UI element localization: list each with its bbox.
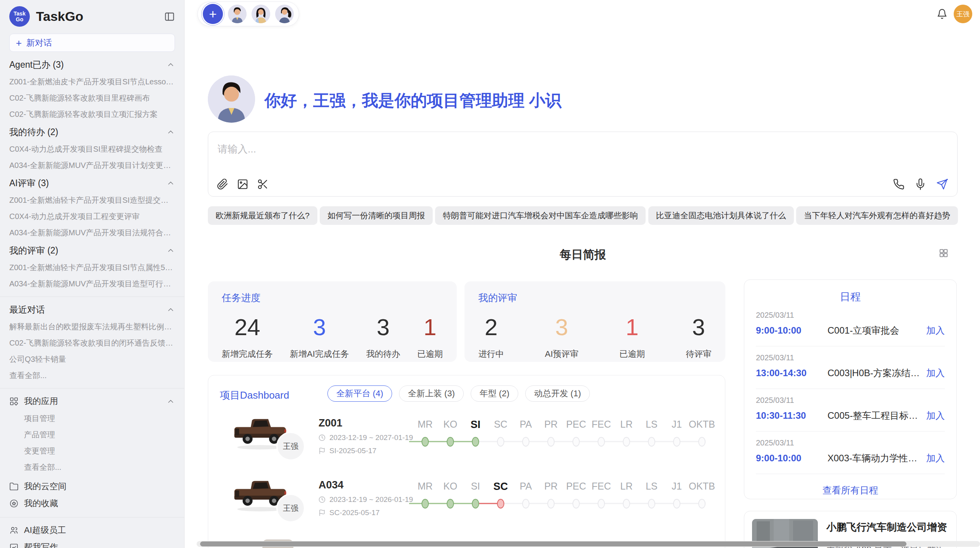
suggestion-chip[interactable]: 当下年轻人对汽车外观有怎样的喜好趋势 xyxy=(796,206,958,225)
milestone[interactable]: J1 xyxy=(664,419,689,447)
paperclip-icon[interactable] xyxy=(217,178,228,190)
dashboard-tab[interactable]: 全新平台 (4) xyxy=(327,385,392,402)
new-chat-button[interactable]: + 新对话 xyxy=(9,34,175,52)
milestone[interactable]: SI xyxy=(463,481,488,509)
dashboard-tab[interactable]: 动总开发 (1) xyxy=(525,385,590,402)
section-my-review[interactable]: 我的评审 (2) xyxy=(9,245,175,256)
notifications-bell-icon[interactable] xyxy=(937,9,947,19)
app-item[interactable]: 产品管理 xyxy=(9,430,175,440)
project-code[interactable]: A034 xyxy=(319,479,344,491)
user-avatar[interactable]: 王强 xyxy=(954,5,972,23)
dashboard-tab[interactable]: 年型 (2) xyxy=(471,385,518,402)
list-item[interactable]: C02-飞腾新能源轻客改款项目的闭环通告反馈情况 xyxy=(9,338,175,348)
milestone[interactable]: MR xyxy=(413,481,438,509)
add-agent-button[interactable]: + xyxy=(203,4,223,24)
phone-call-icon[interactable] xyxy=(893,178,905,190)
list-item[interactable]: Z001-全新燃油皮卡产品开发项目SI节点Lesson Learn报告 xyxy=(9,77,175,87)
project-code[interactable]: Z001 xyxy=(319,417,343,429)
milestone-dot xyxy=(447,499,454,509)
section-agent-done[interactable]: Agent已办 (3) xyxy=(9,59,175,70)
milestone[interactable]: PA xyxy=(513,481,538,509)
milestone[interactable]: KO xyxy=(438,419,463,447)
stat-value: 3 xyxy=(545,315,579,340)
stat: 3 待评审 xyxy=(686,315,711,360)
schedule-entry: 2025/03/11 13:00-14:30 C003|H0B-方案冻结评审 加… xyxy=(756,346,945,389)
chevron-up-icon[interactable] xyxy=(166,305,175,314)
scissors-icon[interactable] xyxy=(257,178,269,190)
apps-see-all-link[interactable]: 查看全部... xyxy=(9,462,175,472)
suggestion-chip[interactable]: 特朗普可能对进口汽车增税会对中国车企造成哪些影响 xyxy=(435,206,646,225)
agent-avatar-woman-long-hair[interactable] xyxy=(252,5,270,23)
join-meeting-link[interactable]: 加入 xyxy=(926,452,945,464)
sidebar-collapse-icon[interactable] xyxy=(164,11,175,22)
suggestion-chip[interactable]: 如何写一份清晰的项目周报 xyxy=(320,206,433,225)
layout-grid-icon[interactable] xyxy=(938,248,949,259)
join-meeting-link[interactable]: 加入 xyxy=(926,324,945,337)
list-item[interactable]: Z001-全新燃油轻卡产品开发项目SI造型提交物评审 xyxy=(9,195,175,205)
chevron-up-icon[interactable] xyxy=(166,397,175,406)
list-item[interactable]: A034-全新新能源MUV产品开发项目计划变更表编写 xyxy=(9,160,175,170)
milestone[interactable]: OKTB xyxy=(689,481,714,509)
chat-input[interactable] xyxy=(217,139,838,159)
app-item[interactable]: 变更管理 xyxy=(9,446,175,456)
section-ai-review[interactable]: AI评审 (3) xyxy=(9,177,175,189)
join-meeting-link[interactable]: 加入 xyxy=(926,367,945,379)
milestone[interactable]: LR xyxy=(614,481,639,509)
sidebar-item-my-apps[interactable]: 我的应用 xyxy=(9,396,175,407)
list-item[interactable]: A034-全新新能源MUV产品开发项目造型可行性评审 xyxy=(9,279,175,289)
list-item[interactable]: C0X4-动力总成开发项目工程变更评审 xyxy=(9,211,175,221)
sidebar-item-favorites[interactable]: 我的收藏 xyxy=(9,498,175,509)
milestone[interactable]: LR xyxy=(614,419,639,447)
milestone[interactable]: OKTB xyxy=(689,419,714,447)
chevron-up-icon[interactable] xyxy=(166,60,175,69)
microphone-icon[interactable] xyxy=(915,178,926,190)
chevron-up-icon[interactable] xyxy=(166,246,175,255)
milestone[interactable]: MR xyxy=(413,419,438,447)
sidebar-item-help-me-write[interactable]: 帮我写作 xyxy=(9,541,175,548)
project-node: SI-2025-05-17 xyxy=(329,447,376,455)
milestone-label: LS xyxy=(646,481,658,494)
app-item[interactable]: 项目管理 xyxy=(9,413,175,423)
milestone[interactable]: SC xyxy=(488,481,513,509)
list-item[interactable]: C02-飞腾新能源轻客改款项目立项汇报方案 xyxy=(9,109,175,119)
agent-avatar-woman-ponytail[interactable] xyxy=(275,5,294,23)
chevron-up-icon[interactable] xyxy=(166,128,175,136)
milestone[interactable]: KO xyxy=(438,481,463,509)
section-my-todo[interactable]: 我的待办 (2) xyxy=(9,126,175,138)
milestone[interactable]: J1 xyxy=(664,481,689,509)
dashboard-tabs: 全新平台 (4)全新上装 (3)年型 (2)动总开发 (1) xyxy=(327,385,590,402)
image-attach-icon[interactable] xyxy=(237,178,248,190)
milestone[interactable]: PEC xyxy=(564,419,589,447)
section-recent-chats[interactable]: 最近对话 xyxy=(9,304,175,315)
chevron-up-icon[interactable] xyxy=(166,179,175,187)
recent-see-all-link[interactable]: 查看全部... xyxy=(9,370,175,380)
list-item[interactable]: 解释最新出台的欧盟报废车法规再生塑料比例被调至15%... xyxy=(9,322,175,332)
view-all-schedule-link[interactable]: 查看所有日程 xyxy=(756,484,945,497)
send-icon[interactable] xyxy=(936,178,948,190)
list-item[interactable]: A034-全新新能源MUV产品开发项目法规符合性评审 xyxy=(9,228,175,238)
horizontal-scrollbar-thumb[interactable] xyxy=(200,541,906,546)
list-item[interactable]: Z001-全新燃油轻卡产品开发项目SI节点属性5D文件评审 xyxy=(9,262,175,272)
sidebar-item-ai-super-staff[interactable]: AI超级员工 xyxy=(9,524,175,536)
milestone[interactable]: SI xyxy=(463,419,488,447)
milestone[interactable]: FEC xyxy=(589,481,614,509)
list-item[interactable]: 公司Q3轻卡销量 xyxy=(9,354,175,364)
join-meeting-link[interactable]: 加入 xyxy=(926,409,945,422)
milestone[interactable]: PR xyxy=(538,419,564,447)
dashboard-tab[interactable]: 全新上装 (3) xyxy=(399,385,464,402)
milestone[interactable]: PA xyxy=(513,419,538,447)
milestone[interactable]: PR xyxy=(538,481,564,509)
milestone[interactable]: PEC xyxy=(564,481,589,509)
suggestion-chip[interactable]: 比亚迪全固态电池计划具体说了什么 xyxy=(648,206,794,225)
milestone[interactable]: LS xyxy=(639,419,664,447)
agent-avatar-man[interactable] xyxy=(228,5,247,23)
milestone[interactable]: SC xyxy=(488,419,513,447)
milestone-dot xyxy=(497,499,504,509)
suggestion-chip[interactable]: 欧洲新规最近颁布了什么? xyxy=(208,206,317,225)
milestone[interactable]: FEC xyxy=(589,419,614,447)
milestone[interactable]: LS xyxy=(639,481,664,509)
horizontal-scrollbar-track[interactable] xyxy=(197,541,980,547)
list-item[interactable]: C0X4-动力总成开发项目SI里程碑提交物检查 xyxy=(9,144,175,154)
sidebar-item-cloud-space[interactable]: 我的云空间 xyxy=(9,481,175,492)
list-item[interactable]: C02-飞腾新能源轻客改款项目里程碑画布 xyxy=(9,93,175,103)
